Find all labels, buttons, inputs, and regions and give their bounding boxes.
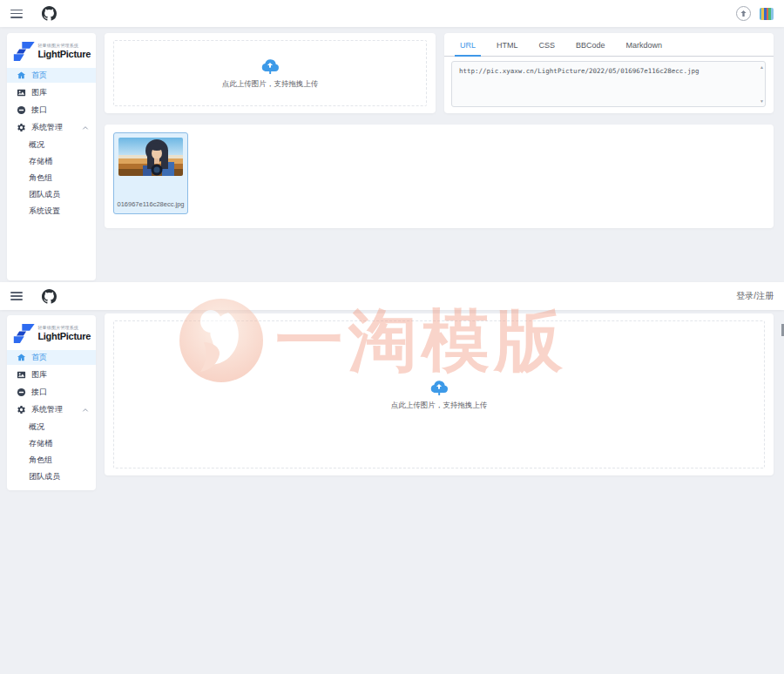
upload-card: 点此上传图片，支持拖拽上传 <box>105 33 436 113</box>
top-header <box>0 0 784 27</box>
github-icon[interactable] <box>42 289 57 304</box>
menu-toggle-button[interactable] <box>10 10 23 18</box>
gear-icon <box>17 123 26 132</box>
gallery-icon <box>17 88 26 98</box>
subitem-label: 概况 <box>29 139 44 151</box>
lightpicture-logo-icon <box>13 323 35 344</box>
login-register-link[interactable]: 登录/注册 <box>736 290 774 302</box>
bottom-header: 登录/注册 <box>0 282 784 310</box>
sidebar-subitem-buckets[interactable]: 存储桶 <box>7 154 96 168</box>
sidebar-item-label: 系统管理 <box>31 404 63 415</box>
sidebar-subitem-buckets[interactable]: 存储桶 <box>7 436 96 450</box>
tab-css[interactable]: CSS <box>532 41 563 56</box>
sidebar-item-system[interactable]: 系统管理 <box>7 402 96 417</box>
scroll-down-icon[interactable]: ▼ <box>760 98 764 104</box>
subitem-label: 团队成员 <box>29 189 60 200</box>
tab-url[interactable]: URL <box>453 41 483 56</box>
sidebar-item-label: 图库 <box>31 369 47 381</box>
api-icon <box>17 388 26 397</box>
api-icon <box>17 105 26 115</box>
chevron-up-icon <box>82 407 89 414</box>
sidebar-item-api[interactable]: 接口 <box>7 103 96 118</box>
sidebar-item-gallery[interactable]: 图库 <box>7 85 96 100</box>
tab-markdown[interactable]: Markdown <box>619 41 670 56</box>
sidebar-item-system[interactable]: 系统管理 <box>7 120 96 135</box>
tab-html[interactable]: HTML <box>490 41 525 56</box>
upload-hint: 点此上传图片，支持拖拽上传 <box>391 401 488 411</box>
lightpicture-app: 轻量级图片管理系统 LightPicture 首页 图库 接口 系统管理 概况 … <box>0 0 784 674</box>
sidebar-item-label: 接口 <box>31 104 47 116</box>
home-icon <box>17 71 26 80</box>
sidebar-item-label: 首页 <box>31 70 47 81</box>
lightpicture-logo-icon <box>13 41 35 62</box>
sidebar-item-label: 接口 <box>31 387 47 398</box>
menu-toggle-button[interactable] <box>10 292 23 300</box>
cloud-upload-icon <box>429 379 449 396</box>
sidebar-item-api[interactable]: 接口 <box>7 385 96 400</box>
sidebar-item-home[interactable]: 首页 <box>7 350 96 365</box>
link-panel: URL HTML CSS BBCode Markdown http://pic.… <box>444 33 774 113</box>
brand-logo[interactable]: 轻量级图片管理系统 LightPicture <box>7 33 96 68</box>
sidebar-subitem-overview[interactable]: 概况 <box>7 138 96 152</box>
image-filename: 016967e116c28ecc.jpg <box>118 200 185 208</box>
cloud-upload-icon <box>260 57 280 75</box>
subitem-label: 概况 <box>29 421 44 433</box>
sidebar-admin: 轻量级图片管理系统 LightPicture 首页 图库 接口 系统管理 概况 … <box>7 33 96 280</box>
brand-name: LightPicture <box>37 331 91 341</box>
sidebar-subitem-roles[interactable]: 角色组 <box>7 171 96 185</box>
link-textarea[interactable]: http://pic.xyaxw.cn/LightPicture/2022/05… <box>451 61 766 107</box>
sidebar-item-gallery[interactable]: 图库 <box>7 367 96 382</box>
sidebar-subitem-roles[interactable]: 角色组 <box>7 453 96 467</box>
gallery-card: 016967e116c28ecc.jpg <box>105 125 774 228</box>
subitem-label: 团队成员 <box>29 471 60 482</box>
sidebar-subitem-team[interactable]: 团队成员 <box>7 469 96 483</box>
subitem-label: 角色组 <box>29 172 52 184</box>
scroll-up-icon[interactable]: ▲ <box>760 64 764 70</box>
gear-icon <box>17 405 26 415</box>
home-icon <box>17 353 26 362</box>
link-tabbar: URL HTML CSS BBCode Markdown <box>444 33 774 57</box>
sidebar-item-label: 首页 <box>31 352 47 363</box>
sidebar-item-label: 系统管理 <box>31 122 63 133</box>
sidebar-subitem-team[interactable]: 团队成员 <box>7 187 96 201</box>
tab-bbcode[interactable]: BBCode <box>569 41 612 56</box>
subitem-label: 角色组 <box>29 455 52 466</box>
sidebar-subitem-settings[interactable]: 系统设置 <box>7 204 96 218</box>
upload-card-guest: 点此上传图片，支持拖拽上传 <box>105 313 774 475</box>
sidebar-item-label: 图库 <box>31 87 47 98</box>
subitem-label: 存储桶 <box>29 156 52 167</box>
gallery-icon <box>17 370 26 380</box>
sidebar-guest: 轻量级图片管理系统 LightPicture 首页 图库 接口 系统管理 概况 … <box>7 315 96 490</box>
upload-dropzone[interactable]: 点此上传图片，支持拖拽上传 <box>113 40 427 106</box>
subitem-label: 存储桶 <box>29 438 52 449</box>
upload-hint: 点此上传图片，支持拖拽上传 <box>222 79 319 90</box>
chevron-up-icon <box>82 125 89 131</box>
circle-arrow-up-icon[interactable] <box>736 6 751 21</box>
brand-name: LightPicture <box>37 49 91 59</box>
upload-dropzone[interactable]: 点此上传图片，支持拖拽上传 <box>113 320 765 468</box>
sidebar-subitem-overview[interactable]: 概况 <box>7 420 96 434</box>
subitem-label: 系统设置 <box>29 206 60 217</box>
user-avatar[interactable] <box>760 8 774 20</box>
sidebar-item-home[interactable]: 首页 <box>7 68 96 83</box>
image-tile[interactable]: 016967e116c28ecc.jpg <box>113 132 188 214</box>
brand-logo[interactable]: 轻量级图片管理系统 LightPicture <box>7 315 96 350</box>
github-icon[interactable] <box>42 6 57 21</box>
image-thumbnail <box>118 138 183 176</box>
